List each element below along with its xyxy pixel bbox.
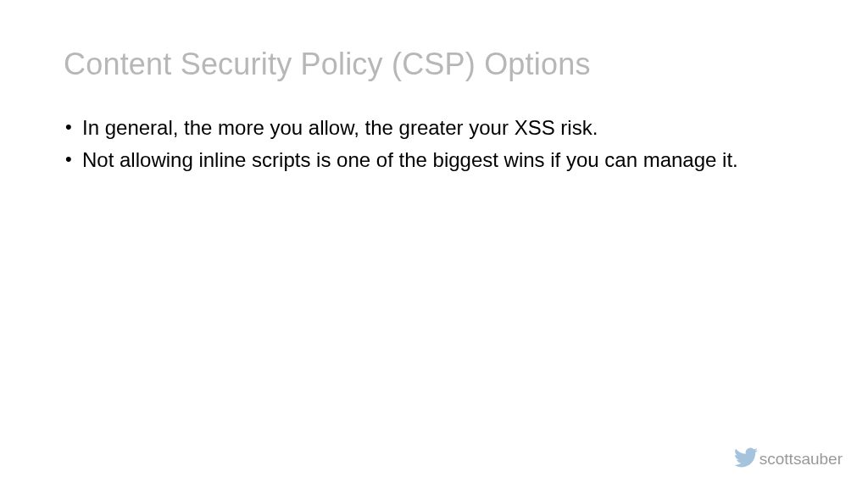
twitter-icon <box>734 446 758 473</box>
footer: scottsauber <box>734 446 843 473</box>
slide: Content Security Policy (CSP) Options In… <box>0 0 868 488</box>
bullet-item: Not allowing inline scripts is one of th… <box>64 147 804 174</box>
slide-content: In general, the more you allow, the grea… <box>64 114 804 175</box>
slide-title: Content Security Policy (CSP) Options <box>64 47 804 82</box>
bullet-list: In general, the more you allow, the grea… <box>64 114 804 175</box>
twitter-handle: scottsauber <box>760 450 843 469</box>
bullet-item: In general, the more you allow, the grea… <box>64 114 804 141</box>
